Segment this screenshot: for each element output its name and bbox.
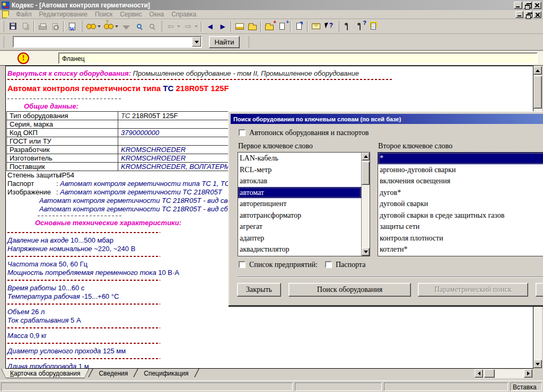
print-icon[interactable]: [36, 21, 49, 32]
list-item[interactable]: автотрансформатор: [238, 210, 361, 221]
send-mail-icon[interactable]: [310, 21, 322, 32]
tab-specification[interactable]: Спецификация: [137, 369, 195, 378]
tab-info[interactable]: Сведения: [92, 369, 134, 378]
list-item[interactable]: RCL-метр: [238, 164, 361, 176]
folder-icon[interactable]: [246, 21, 259, 32]
goto-keyword-help-icon[interactable]: ?: [354, 21, 367, 32]
prev-document-icon[interactable]: ◀: [204, 21, 216, 32]
goto-keyword-icon[interactable]: [341, 21, 354, 32]
print-card-icon[interactable]: [233, 21, 246, 32]
search-help-icon[interactable]: ?: [102, 21, 115, 32]
scroll-left-button[interactable]: [475, 369, 483, 378]
menu-edit[interactable]: Редактирование: [36, 10, 91, 19]
menu-search[interactable]: Поиск: [91, 10, 116, 19]
search-combobox[interactable]: [13, 36, 202, 48]
nav-back-dropdown-icon[interactable]: [177, 25, 180, 28]
combo-dropdown-button[interactable]: [192, 37, 201, 47]
spec-line: Давление на входе 10...500 мбар: [7, 236, 179, 245]
window-minimize-button[interactable]: [514, 2, 522, 9]
menu-windows[interactable]: Окна: [145, 10, 168, 19]
menu-file[interactable]: Файл: [12, 10, 36, 19]
list-item[interactable]: защиты сети: [378, 221, 543, 233]
scroll-down-button[interactable]: [533, 360, 542, 368]
list-item[interactable]: котлетн*: [378, 244, 543, 255]
tab-equipment-card[interactable]: Карточка оборудования: [1, 369, 89, 378]
scrollbar-thumb[interactable]: [362, 162, 370, 185]
list-item[interactable]: дугов*: [378, 187, 543, 199]
toolbar-gripper[interactable]: [247, 36, 249, 48]
window-restore-button[interactable]: [523, 2, 532, 9]
list-item[interactable]: агрегат: [238, 221, 361, 233]
menu-help[interactable]: Справка: [168, 10, 200, 19]
search-help-dropdown-icon[interactable]: [115, 25, 118, 28]
toolbar-separator: [307, 21, 308, 32]
nav-back-icon[interactable]: ⇦: [164, 21, 177, 32]
list-item[interactable]: дуговой сварки: [378, 198, 543, 210]
dialog-title-bar[interactable]: Поиск оборудования по ключевым словам (п…: [231, 114, 543, 124]
search-dropdown-icon[interactable]: [98, 25, 101, 28]
export-word-icon[interactable]: W: [66, 21, 78, 32]
toolbar-gripper[interactable]: [2, 21, 4, 32]
doc-restore-button[interactable]: [524, 11, 532, 18]
search-dialog: Поиск оборудования по ключевым словам (п…: [228, 111, 543, 306]
horizontal-scrollbar[interactable]: [475, 369, 532, 378]
list-item-selected[interactable]: автомат: [238, 187, 361, 199]
scrollbar-thumb[interactable]: [533, 76, 542, 109]
add-document-icon[interactable]: +: [276, 21, 288, 32]
toolbar-gripper[interactable]: [2, 36, 4, 48]
window-close-button[interactable]: [533, 2, 541, 9]
list-item[interactable]: автоклав: [238, 175, 361, 187]
summary-document-icon[interactable]: [367, 21, 380, 32]
list-item[interactable]: авторепициент: [238, 198, 361, 210]
list-item[interactable]: аквадистилятор: [238, 244, 361, 255]
list-item[interactable]: адаптер: [238, 233, 361, 244]
toolbar-gripper[interactable]: [81, 21, 83, 32]
close-button[interactable]: Закрыть: [237, 283, 281, 297]
list-item[interactable]: аргонно-дуговой сварки: [378, 164, 543, 176]
keyword-list-2[interactable]: * аргонно-дуговой сварки включения освещ…: [378, 152, 543, 256]
context-help-icon[interactable]: ?: [322, 21, 335, 32]
back-to-list-link[interactable]: Вернуться к списку оборудования: Промышл…: [7, 69, 359, 77]
list-item[interactable]: контроля плотности: [378, 233, 543, 244]
nav-forward-icon[interactable]: ⇨: [182, 21, 195, 32]
search-binoculars-icon[interactable]: [85, 21, 98, 32]
keyword-list-1[interactable]: LAN-кабель RCL-метр автоклав автомат авт…: [238, 152, 370, 256]
clipped-button[interactable]: [536, 283, 543, 297]
toolbar-gripper[interactable]: [160, 21, 162, 32]
scroll-down-button[interactable]: [362, 248, 370, 256]
spec-line: Мощность потребляемая переменного тока 1…: [7, 269, 179, 277]
search-equipment-button[interactable]: Поиск оборудования: [288, 283, 411, 297]
nav-forward-dropdown-icon[interactable]: [195, 25, 198, 28]
doc-minimize-button[interactable]: [515, 11, 523, 18]
next-document-icon[interactable]: ▶: [216, 21, 229, 32]
parametric-search-button[interactable]: Параметрический поиск: [418, 283, 528, 297]
doc-close-button[interactable]: [533, 11, 541, 18]
chevron-down-icon: [195, 41, 199, 43]
zoom-icon[interactable]: [133, 21, 145, 32]
passports-checkbox[interactable]: [325, 261, 332, 268]
add-folder-icon[interactable]: +: [263, 21, 276, 32]
companies-checkbox[interactable]: [239, 261, 246, 268]
filter-icon[interactable]: [120, 21, 133, 32]
menu-service[interactable]: Сервис: [116, 10, 145, 19]
scroll-right-button[interactable]: [524, 369, 532, 378]
scrollbar-thumb[interactable]: [484, 369, 495, 378]
print-preview-icon[interactable]: [49, 21, 62, 32]
divider: [7, 232, 160, 233]
properties-icon[interactable]: [293, 21, 305, 32]
list-item[interactable]: дуговой сварки в среде защитных газов: [378, 210, 543, 221]
toolbar-gripper[interactable]: [337, 21, 339, 32]
list-item[interactable]: включения освещения: [378, 175, 543, 187]
zoom-search-icon[interactable]: [145, 21, 158, 32]
find-button[interactable]: Найти: [209, 36, 240, 48]
copy-icon[interactable]: [19, 21, 32, 32]
list-item[interactable]: LAN-кабель: [238, 153, 361, 164]
scroll-up-button[interactable]: [362, 153, 370, 161]
search-input[interactable]: [14, 37, 192, 47]
list-item-selected[interactable]: *: [378, 153, 543, 164]
keyword-field[interactable]: Фланец: [58, 52, 538, 64]
scroll-up-button[interactable]: [533, 66, 542, 75]
save-icon[interactable]: [6, 21, 19, 32]
autosearch-checkbox[interactable]: [239, 129, 246, 136]
list1-scrollbar[interactable]: [361, 153, 370, 256]
